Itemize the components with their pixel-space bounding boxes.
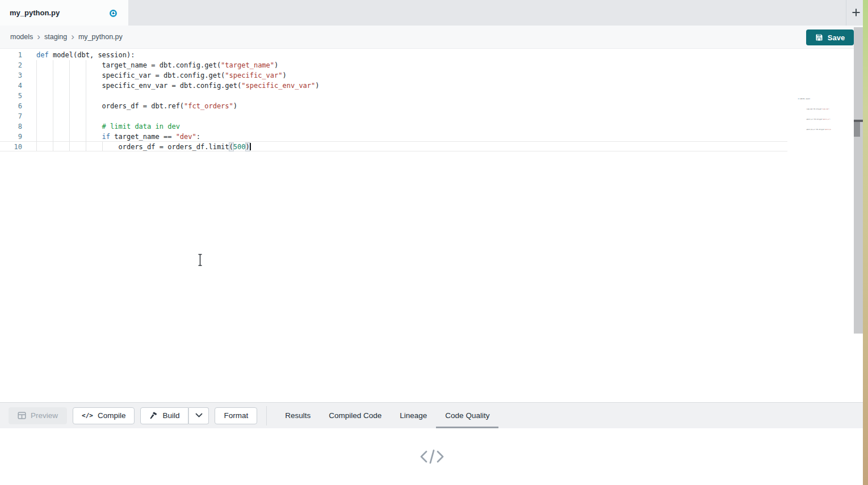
indent-guide — [69, 60, 70, 70]
minimap[interactable]: def model(dbt, session): target_name = d… — [795, 98, 831, 130]
indent-guide — [69, 142, 70, 151]
code-token: : — [196, 133, 200, 141]
breadcrumb-file[interactable]: my_python.py — [78, 33, 123, 41]
build-options-button[interactable] — [188, 407, 209, 424]
code-line[interactable]: 9 if target_name == "dev": — [0, 132, 787, 142]
preview-button[interactable]: Preview — [9, 407, 67, 424]
format-label: Format — [224, 411, 248, 420]
indent-guide — [69, 91, 70, 101]
indent-guide — [69, 121, 70, 132]
unsaved-changes-dot-icon — [110, 10, 117, 17]
build-button[interactable]: Build — [140, 407, 188, 424]
panel-tab-lineage[interactable]: Lineage — [391, 403, 436, 428]
code-token: specific_var = dbt.config.get( — [807, 119, 823, 120]
tab-my-python-py[interactable]: my_python.py — [0, 0, 128, 26]
code-line: target_name = dbt.config.get("target_nam… — [795, 108, 817, 118]
code-line[interactable]: 2 target_name = dbt.config.get("target_n… — [0, 60, 787, 70]
code-token: 500 — [233, 143, 246, 151]
table-grid-icon — [18, 411, 26, 420]
line-number: 5 — [0, 91, 31, 101]
code-token: "dev" — [176, 133, 196, 141]
indent-guide — [53, 142, 53, 151]
indent-guide — [36, 70, 37, 81]
code-line[interactable]: 1def model(dbt, session): — [0, 50, 787, 60]
indent-guide — [36, 111, 37, 121]
code-token: orders_df = orders_df.limit — [119, 143, 229, 151]
hammer-icon — [149, 411, 158, 420]
code-line: specific_var = dbt.config.get("specific_… — [795, 118, 817, 128]
indent-guide — [36, 132, 37, 142]
tab-title: my_python.py — [10, 9, 60, 17]
line-number: 2 — [0, 60, 31, 70]
chevron-right-icon: › — [37, 32, 40, 41]
code-line: def model(dbt, session): — [795, 98, 817, 108]
indent-guide — [36, 101, 37, 111]
code-slash-icon — [419, 446, 445, 467]
code-line[interactable]: 4 specific_env_var = dbt.config.get("spe… — [0, 81, 787, 91]
code-token: ) — [274, 61, 278, 69]
code-line[interactable]: 8 # limit data in dev — [0, 121, 787, 132]
mouse-text-cursor — [196, 254, 204, 269]
indent-guide — [102, 142, 103, 151]
dbt-ide-window: my_python.py models › staging › my_pytho… — [0, 0, 868, 485]
indent-guide — [69, 111, 70, 121]
bottom-toolbar: Preview </> Compile Build Format — [0, 403, 863, 428]
code-token: def — [36, 51, 49, 59]
code-line[interactable]: 10 orders_df = orders_df.limit(500) — [0, 141, 787, 151]
line-number: 4 — [0, 81, 31, 91]
code-token: ) — [315, 82, 319, 90]
chevron-down-icon — [195, 413, 203, 418]
indent-guide — [69, 81, 70, 91]
panel-tab-code-quality[interactable]: Code Quality — [436, 403, 498, 428]
breadcrumb-staging[interactable]: staging — [44, 33, 67, 41]
save-button[interactable]: Save — [806, 29, 854, 45]
code-line[interactable]: 3 specific_var = dbt.config.get("specifi… — [0, 70, 787, 81]
line-number: 10 — [0, 142, 31, 151]
format-button[interactable]: Format — [215, 407, 257, 424]
code-token: ) — [830, 119, 831, 120]
preview-label: Preview — [31, 411, 58, 420]
code-quality-panel — [0, 428, 863, 485]
code-token: ( — [229, 143, 233, 151]
indent-guide — [36, 142, 37, 151]
text-caret — [250, 143, 251, 150]
code-token: "specific_var" — [225, 71, 282, 79]
indent-guide — [86, 101, 86, 111]
panel-tabs: ResultsCompiled CodeLineageCode Quality — [276, 403, 498, 428]
code-token: ) — [283, 71, 287, 79]
indent-guide — [36, 60, 37, 70]
indent-guide — [36, 91, 37, 101]
desktop-wallpaper-edge — [863, 0, 868, 485]
new-tab-button[interactable] — [848, 2, 864, 23]
breadcrumb-bar: models › staging › my_python.py — [0, 26, 863, 49]
editor-scrollbar[interactable] — [854, 27, 863, 334]
build-label: Build — [162, 411, 179, 420]
scrollbar-thumb[interactable] — [854, 122, 860, 137]
indent-guide — [86, 60, 86, 70]
code-lines: 1def model(dbt, session):2 target_name =… — [0, 50, 787, 151]
code-editor[interactable]: 1def model(dbt, session):2 target_name =… — [0, 49, 863, 402]
code-token: model(dbt, session): — [49, 51, 135, 59]
panel-tab-compiled-code[interactable]: Compiled Code — [320, 403, 391, 428]
code-token: specific_env_var = dbt.config.get( — [807, 129, 825, 130]
code-token: # limit data in dev — [102, 123, 180, 130]
indent-guide — [53, 121, 53, 132]
line-number: 1 — [0, 50, 31, 60]
indent-guide — [86, 70, 86, 81]
indent-guide — [86, 81, 86, 91]
code-line[interactable]: 6 orders_df = dbt.ref("fct_orders") — [0, 101, 787, 111]
code-token: "specific_env_var" — [241, 82, 315, 90]
breadcrumb-models[interactable]: models — [10, 33, 33, 41]
panel-tab-results[interactable]: Results — [276, 403, 320, 428]
indent-guide — [36, 121, 37, 132]
indent-guide — [86, 132, 86, 142]
code-line[interactable]: 7 — [0, 111, 787, 121]
code-line[interactable]: 5 — [0, 91, 787, 101]
compile-button[interactable]: </> Compile — [73, 407, 135, 424]
indent-guide — [53, 70, 53, 81]
code-token: "target_name" — [822, 108, 829, 110]
indent-guide — [53, 101, 53, 111]
code-line: specific_env_var = dbt.config.get("speci… — [795, 128, 817, 130]
indent-guide — [53, 132, 53, 142]
indent-guide — [53, 60, 53, 70]
